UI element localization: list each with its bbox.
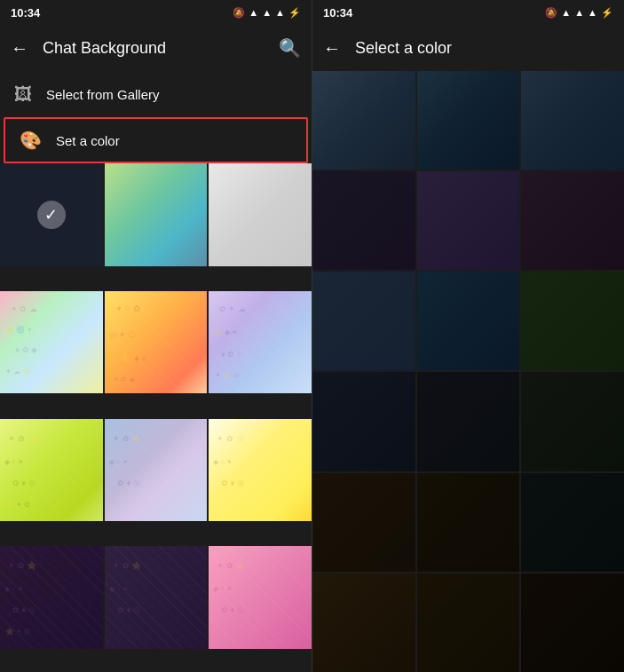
wallpaper-item-2[interactable]	[105, 163, 208, 266]
left-status-icons: 🔕 ▲ ▲ ▲ ⚡	[233, 7, 301, 19]
wallpaper-item-1[interactable]: ✓	[0, 163, 103, 266]
right-status-bar: 10:34 🔕 ▲ ▲ ▲ ⚡	[312, 0, 624, 25]
color-label: Set a color	[56, 133, 120, 148]
right-battery-icon: ⚡	[601, 7, 613, 19]
svg-text:◆ ○ ✦: ◆ ○ ✦	[108, 585, 128, 593]
color-item-14[interactable]	[417, 473, 520, 572]
right-status-icons: 🔕 ▲ ▲ ▲ ⚡	[545, 7, 613, 19]
left-status-bar: 10:34 🔕 ▲ ▲ ▲ ⚡	[0, 0, 312, 25]
svg-text:⭐ ✦ ✿: ⭐ ✦ ✿	[5, 628, 31, 637]
svg-text:✦ ✿ ⭐: ✦ ✿ ⭐	[217, 561, 247, 572]
svg-text:✦ ✿ ⭐: ✦ ✿ ⭐	[8, 433, 37, 444]
svg-text:✦ ✿ ⭐: ✦ ✿ ⭐	[113, 561, 142, 572]
wallpaper-item-6[interactable]: ✿ ✦ ☁ ⭐ ◆ ✦ ♦ ✿ ○ ✦ ⭐ ◎	[209, 291, 312, 394]
svg-text:✦ ☁ ⭐: ✦ ☁ ⭐	[5, 366, 32, 376]
color-item-18[interactable]	[521, 573, 624, 672]
color-item-6[interactable]	[521, 171, 624, 270]
svg-text:✿ ♦ ◎: ✿ ♦ ◎	[12, 478, 36, 487]
svg-text:✿ ♦ ◎: ✿ ♦ ◎	[221, 478, 244, 487]
gallery-icon: 🖼	[14, 84, 32, 105]
color-item-11[interactable]	[417, 372, 520, 470]
left-search-icon[interactable]: 🔍	[279, 37, 301, 59]
svg-text:✿ ♦ ◎: ✿ ♦ ◎	[117, 478, 140, 487]
left-status-time: 10:34	[11, 6, 40, 20]
svg-text:⭐ 🌀 ✦: ⭐ 🌀 ✦	[5, 325, 34, 335]
svg-text:✦ ✿ ◆: ✦ ✿ ◆	[113, 376, 135, 383]
color-item-16[interactable]	[312, 573, 415, 672]
color-item-12[interactable]	[521, 372, 624, 470]
color-item-4[interactable]	[312, 171, 415, 270]
svg-text:✦ ○ ✿: ✦ ○ ✿	[115, 304, 139, 313]
color-item-13[interactable]	[312, 473, 415, 572]
right-mute-icon: 🔕	[545, 7, 557, 19]
wallpaper-item-10[interactable]: ✦ ✿ ⭐ ◆ ○ ✦ ✿ ♦ ◎ ⭐ ✦ ✿	[0, 546, 103, 649]
right-page-title: Select a color	[355, 39, 613, 58]
svg-text:⭐ ✦ ✿: ⭐ ✦ ✿	[5, 500, 31, 510]
left-back-button[interactable]: ←	[11, 38, 28, 59]
color-item-9[interactable]	[521, 272, 624, 370]
svg-text:◆ ○ ✦: ◆ ○ ✦	[4, 585, 24, 593]
wallpaper-item-3[interactable]	[209, 163, 312, 266]
color-menu-item[interactable]: 🎨 Set a color	[4, 117, 308, 163]
color-item-15[interactable]	[521, 473, 624, 572]
gallery-menu-item[interactable]: 🖼 Select from Gallery	[0, 71, 312, 117]
left-top-bar: ← Chat Background 🔍	[0, 25, 312, 71]
color-item-7[interactable]	[312, 272, 415, 370]
color-item-10[interactable]	[312, 372, 415, 470]
color-wheel-icon: 🎨	[20, 130, 42, 151]
wallpaper-item-12[interactable]: ✦ ✿ ⭐ ◆ ○ ✦ ✿ ♦ ◎	[209, 546, 312, 649]
svg-text:✦ ⭐ ◎: ✦ ⭐ ◎	[215, 370, 241, 380]
wallpaper-item-4[interactable]: ✦ ✿ ☁ ⭐ 🌀 ✦ ♦ ✿ ◆ ✦ ☁ ⭐	[0, 291, 103, 394]
color-item-3[interactable]	[521, 71, 624, 170]
right-panel: 10:34 🔕 ▲ ▲ ▲ ⚡ ← Select a color	[312, 0, 624, 672]
right-signal-icon2: ▲	[588, 7, 597, 18]
svg-text:✿ ✦ ☁: ✿ ✦ ☁	[219, 304, 246, 313]
svg-text:◆ ○ ✦: ◆ ○ ✦	[213, 585, 233, 593]
color-item-5[interactable]	[417, 171, 520, 270]
svg-text:◎ ✦ ⬡: ◎ ✦ ⬡	[109, 330, 135, 339]
svg-text:✦ ✿ ⭐: ✦ ✿ ⭐	[113, 433, 142, 444]
wallpaper-item-11[interactable]: ✦ ✿ ⭐ ◆ ○ ✦ ✿ ♦ ◎	[105, 546, 208, 649]
wifi-icon: ▲	[249, 7, 258, 18]
wallpaper-item-5[interactable]: ✦ ○ ✿ ◎ ✦ ⬡ ⭐ ♦ ○ ✦ ✿ ◆	[105, 291, 208, 394]
svg-text:◆ ○ ✦: ◆ ○ ✦	[4, 457, 24, 465]
right-status-time: 10:34	[323, 6, 352, 20]
svg-text:◆ ○ ✦: ◆ ○ ✦	[108, 457, 128, 465]
color-grid	[312, 71, 624, 672]
svg-text:✿ ♦ ◎: ✿ ♦ ◎	[12, 605, 36, 614]
battery-icon: ⚡	[288, 7, 301, 19]
svg-text:✿ ♦ ◎: ✿ ♦ ◎	[221, 605, 244, 614]
left-panel: 10:34 🔕 ▲ ▲ ▲ ⚡ ← Chat Background 🔍 🖼 Se…	[0, 0, 312, 672]
right-back-button[interactable]: ←	[323, 38, 341, 59]
right-top-bar: ← Select a color	[312, 25, 624, 71]
svg-text:♦ ✿ ◆: ♦ ✿ ◆	[15, 345, 37, 354]
color-item-1[interactable]	[312, 71, 415, 170]
selected-checkmark: ✓	[37, 201, 66, 229]
wallpaper-item-9[interactable]: ✦ ✿ ⭐ ◆ ○ ✦ ✿ ♦ ◎	[209, 419, 312, 522]
wallpaper-item-8[interactable]: ✦ ✿ ⭐ ◆ ○ ✦ ✿ ♦ ◎	[105, 419, 208, 522]
svg-text:♦ ✿ ○: ♦ ✿ ○	[221, 350, 241, 359]
wallpaper-item-7[interactable]: ✦ ✿ ⭐ ◆ ○ ✦ ✿ ♦ ◎ ⭐ ✦ ✿	[0, 419, 103, 522]
color-item-2[interactable]	[417, 71, 520, 170]
gallery-label: Select from Gallery	[46, 87, 160, 102]
right-signal-icon1: ▲	[574, 7, 584, 18]
svg-text:✿ ♦ ◎: ✿ ♦ ◎	[117, 605, 140, 614]
right-wifi-icon: ▲	[561, 7, 571, 18]
mute-icon: 🔕	[233, 7, 245, 19]
svg-text:⭐ ◆ ✦: ⭐ ◆ ✦	[214, 327, 239, 336]
svg-text:✦ ✿ ⭐: ✦ ✿ ⭐	[8, 561, 37, 572]
signal-icon2: ▲	[275, 7, 285, 18]
signal-icon1: ▲	[262, 7, 272, 18]
wallpaper-grid: ✓ ✦ ✿ ☁ ⭐ 🌀 ✦ ♦ ✿ ◆ ✦ ☁ ⭐ ✦ ○ ✿ ◎ ✦ ⬡ ⭐ …	[0, 163, 312, 672]
svg-text:⭐ ♦ ○: ⭐ ♦ ○	[120, 352, 146, 363]
left-page-title: Chat Background	[43, 39, 265, 58]
color-item-8[interactable]	[417, 272, 520, 370]
svg-text:✦ ✿ ☁: ✦ ✿ ☁	[11, 304, 37, 313]
color-item-17[interactable]	[417, 573, 520, 672]
svg-text:✦ ✿ ⭐: ✦ ✿ ⭐	[217, 433, 247, 444]
svg-text:◆ ○ ✦: ◆ ○ ✦	[213, 457, 233, 465]
